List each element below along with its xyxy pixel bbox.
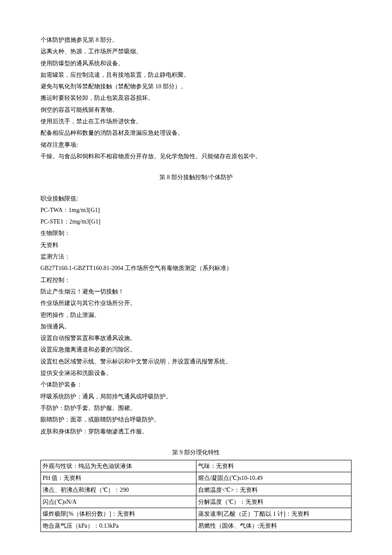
table-row: 爆炸极限[%（体积分数）]：无资料 蒸发速率[乙酸（正）丁酯以 1 计]：无资料 — [41, 508, 352, 520]
body-line: 使用防爆型的通风系统和设备。 — [40, 58, 352, 69]
table-row: 外观与性状：纯品为无色油状液体 气味：无资料 — [41, 460, 352, 472]
body-line: 眼睛防护：面罩，或眼睛防护结合呼吸防护。 — [40, 414, 352, 425]
body-line: 设置自动报警装置和事故通风设施。 — [40, 332, 352, 344]
body-line: 皮肤和身体防护：穿防毒物渗透工作服。 — [40, 426, 352, 437]
body-line: 储存注意事项: — [40, 139, 352, 151]
body-line: 使用后洗手，禁止在工作场所进饮食。 — [40, 116, 352, 127]
cell-flash-point: 闪点(℃)sN/A — [41, 496, 196, 508]
cell-autoignition: 自燃温度<℃>：无资料 — [196, 484, 352, 496]
body-line: PC-STE1：2mg/m3[G1] — [40, 216, 352, 227]
body-line: 搬运时要轻装轻卸，防止包装及容器损坏。 — [40, 92, 352, 104]
body-line: 提供安全淋浴和洗眼设备。 — [40, 367, 352, 379]
body-line: 职业接触限值: — [40, 193, 352, 204]
body-line: 个体防护装备： — [40, 379, 352, 390]
body-line: 生物限制： — [40, 227, 352, 239]
body-line: 作业场所建议与其它作业场所分开。 — [40, 297, 352, 309]
body-line: 手防护：防护手套。防护服。围裙。 — [40, 402, 352, 414]
section-9-title: 第 9 部分理化特性 — [40, 447, 352, 458]
cell-vapor-pressure: 饱合蒸气压（kPa）：0.13kPa — [41, 520, 196, 532]
cell-decomposition: 分解温度（℃）：无资料 — [196, 496, 352, 508]
body-line: 密闭操作，防止泄漏。 — [40, 309, 352, 321]
section-8-body: 职业接触限值: PC-TWA：1mg/m3[G1] PC-STE1：2mg/m3… — [40, 193, 352, 437]
table-row: 沸点、初沸点和沸程（℃）：290 自燃温度<℃>：无资料 — [41, 484, 352, 496]
body-line: 避免与氧化剂等禁配物接触（禁配物参见第 10 部分）。 — [40, 81, 352, 92]
body-line: 防止产生烟云！避免一切接触！ — [40, 286, 352, 297]
cell-appearance: 外观与性状：纯品为无色油状液体 — [41, 460, 196, 472]
body-line: 配备相应品种和数量的消防器材及泄漏应急处理设备。 — [40, 127, 352, 139]
body-line: 远离火种、热源，工作场所严禁吸烟。 — [40, 46, 352, 57]
body-line: 倒空的容器可能残留有害物。 — [40, 104, 352, 116]
cell-melting-point: 熔点/凝固点(℃)s10-10.49 — [196, 472, 352, 484]
section-8-title: 第 8 部分接触控制/个体防护 — [40, 171, 352, 183]
page-content: 个体防护措施参见第 8 部分。 远离火种、热源，工作场所严禁吸烟。 使用防爆型的… — [0, 0, 392, 549]
cell-flammability: 易燃性（固体、气体）:无资料 — [196, 520, 352, 532]
cell-evaporation-rate: 蒸发速率[乙酸（正）丁酯以 1 计]：无资料 — [196, 508, 352, 520]
cell-explosion-limit: 爆炸极限[%（体积分数）]：无资料 — [41, 508, 196, 520]
table-row: 饱合蒸气压（kPa）：0.13kPa 易燃性（固体、气体）:无资料 — [41, 520, 352, 532]
table-row: PH 值：无资料 熔点/凝固点(℃)s10-10.49 — [41, 472, 352, 484]
body-line: 无资料 — [40, 239, 352, 251]
body-line: 设置应急撤离通道和必要的泻险区。 — [40, 344, 352, 355]
table-row: 闪点(℃)sN/A 分解温度（℃）：无资料 — [41, 496, 352, 508]
body-line: 设置红色区域警示线、警示标识和中文警示说明，并设置通讯报警系统。 — [40, 356, 352, 367]
body-line: GB27T160.1-GBZTT160.81-2004 工作场所空气有毒物质测定… — [40, 262, 352, 274]
body-line: 监测方法： — [40, 251, 352, 262]
body-line: 如需罐装，应控制流速，且有接地装置，防止静电积聚。 — [40, 69, 352, 81]
body-line: 个体防护措施参见第 8 部分。 — [40, 34, 352, 46]
body-line: 加强通风。 — [40, 321, 352, 332]
body-line: 干燥。与食品和饲料和不相容物质分开存放。见化学危险性。只能储存在原包装中。 — [40, 151, 352, 162]
section-7-body: 个体防护措施参见第 8 部分。 远离火种、热源，工作场所严禁吸烟。 使用防爆型的… — [40, 34, 352, 162]
properties-table: 外观与性状：纯品为无色油状液体 气味：无资料 PH 值：无资料 熔点/凝固点(℃… — [40, 460, 352, 532]
body-line: 工程控制： — [40, 274, 352, 286]
cell-ph: PH 值：无资料 — [41, 472, 196, 484]
cell-odor: 气味：无资料 — [196, 460, 352, 472]
cell-boiling-point: 沸点、初沸点和沸程（℃）：290 — [41, 484, 196, 496]
body-line: PC-TWA：1mg/m3[G1] — [40, 204, 352, 216]
body-line: 呼吸系统防护：通风，局部排气通风或呼吸防护。 — [40, 391, 352, 402]
